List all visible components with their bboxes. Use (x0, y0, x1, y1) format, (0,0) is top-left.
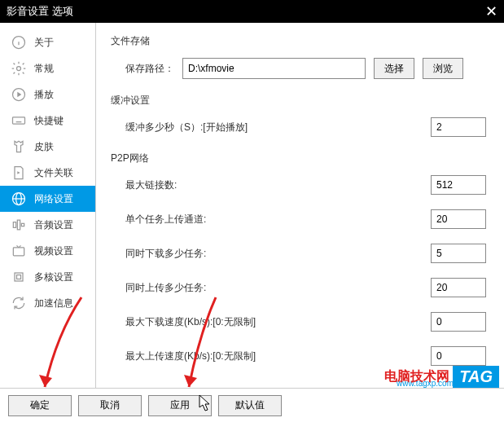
sidebar: 关于 常规 播放 快捷键 皮肤 文件关联 网络设置 音频设置 (0, 23, 96, 388)
max-conn-label: 最大链接数: (125, 178, 272, 192)
sidebar-item-file-assoc[interactable]: 文件关联 (0, 160, 95, 186)
browse-button[interactable]: 浏览 (423, 58, 463, 79)
sidebar-item-multicore[interactable]: 多核设置 (0, 264, 95, 290)
sidebar-label: 文件关联 (34, 166, 73, 180)
sidebar-label: 皮肤 (34, 140, 54, 154)
svg-rect-18 (13, 248, 24, 256)
max-conn-input[interactable] (431, 175, 486, 195)
audio-icon (10, 216, 28, 234)
svg-rect-22 (17, 275, 21, 279)
buffer-label: 缓冲多少秒（S）:[开始播放] (125, 121, 272, 134)
sidebar-label: 音频设置 (34, 218, 73, 232)
dl-tasks-input[interactable] (431, 244, 486, 263)
sidebar-item-general[interactable]: 常规 (0, 55, 95, 81)
max-dl-input[interactable] (431, 312, 486, 332)
save-path-input[interactable] (182, 58, 366, 79)
apply-button[interactable]: 应用 (148, 395, 212, 416)
window-title: 影音设置 选项 (7, 4, 73, 19)
section-p2p: P2P网络 (111, 152, 489, 165)
max-ul-label: 最大上传速度(Kb/s):[0:无限制] (125, 349, 272, 363)
sidebar-item-about[interactable]: 关于 (0, 29, 95, 55)
sidebar-label: 播放 (34, 88, 54, 102)
sidebar-item-network[interactable]: 网络设置 (0, 186, 95, 212)
upload-ch-label: 单个任务上传通道: (125, 213, 272, 226)
cpu-icon (10, 268, 28, 286)
watermark-text: 电脑技术网 (384, 368, 449, 385)
buffer-input[interactable] (431, 117, 486, 137)
globe-icon (10, 190, 28, 208)
svg-marker-11 (17, 171, 20, 174)
section-buffer: 缓冲设置 (111, 94, 489, 108)
refresh-icon (10, 294, 28, 312)
close-icon[interactable]: ✕ (485, 2, 497, 20)
watermark: 电脑技术网 TAG (384, 366, 499, 388)
max-ul-input[interactable] (431, 346, 486, 366)
sidebar-item-audio[interactable]: 音频设置 (0, 212, 95, 238)
file-icon (10, 164, 28, 182)
dl-tasks-label: 同时下载多少任务: (125, 247, 272, 261)
gear-icon (10, 59, 28, 77)
sidebar-label: 快捷键 (34, 114, 64, 128)
svg-rect-15 (13, 222, 15, 228)
ul-tasks-input[interactable] (431, 278, 486, 297)
footer: 确定 取消 应用 默认值 (0, 388, 504, 422)
sidebar-item-playback[interactable]: 播放 (0, 81, 95, 108)
info-icon (10, 33, 28, 51)
sidebar-label: 多核设置 (34, 270, 73, 284)
default-button[interactable]: 默认值 (218, 395, 282, 416)
svg-rect-16 (17, 220, 20, 230)
ul-tasks-label: 同时上传多少任务: (125, 281, 272, 295)
keyboard-icon (10, 112, 28, 130)
sidebar-item-video[interactable]: 视频设置 (0, 238, 95, 264)
cancel-button[interactable]: 取消 (78, 395, 142, 416)
shirt-icon (10, 138, 28, 156)
max-dl-label: 最大下载速度(Kb/s):[0:无限制] (125, 315, 272, 329)
section-file-storage: 文件存储 (111, 34, 489, 48)
sidebar-label: 加速信息 (34, 297, 73, 310)
titlebar: 影音设置 选项 ✕ (0, 0, 504, 23)
play-icon (10, 86, 28, 103)
sidebar-item-skin[interactable]: 皮肤 (0, 134, 95, 160)
select-button[interactable]: 选择 (374, 58, 414, 79)
sidebar-item-hotkey[interactable]: 快捷键 (0, 108, 95, 134)
watermark-tag: TAG (453, 366, 499, 388)
svg-rect-21 (15, 273, 23, 281)
svg-rect-6 (13, 117, 25, 124)
svg-point-3 (17, 67, 21, 71)
content-panel: 文件存储 保存路径： 选择 浏览 缓冲设置 缓冲多少秒（S）:[开始播放] P2… (96, 23, 504, 388)
svg-rect-17 (21, 223, 24, 226)
upload-ch-input[interactable] (431, 209, 486, 229)
svg-marker-5 (17, 92, 21, 98)
path-label: 保存路径： (125, 62, 182, 76)
sidebar-label: 常规 (34, 62, 54, 76)
sidebar-item-accel[interactable]: 加速信息 (0, 290, 95, 316)
ok-button[interactable]: 确定 (8, 395, 72, 416)
sidebar-label: 关于 (34, 36, 54, 50)
sidebar-label: 视频设置 (34, 244, 73, 258)
sidebar-label: 网络设置 (34, 192, 73, 206)
tv-icon (10, 242, 28, 260)
